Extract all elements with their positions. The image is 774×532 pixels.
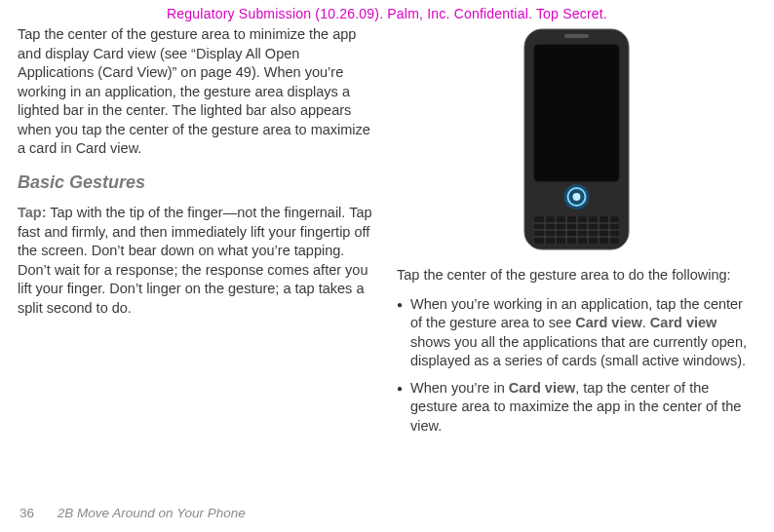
bullet1-part3: shows you all the applications that are … <box>410 334 747 369</box>
phone-illustration <box>397 25 756 254</box>
bullet1-part2: . <box>642 315 650 330</box>
left-column: Tap the center of the gesture area to mi… <box>18 25 377 444</box>
intro-paragraph: Tap the center of the gesture area to mi… <box>18 25 377 159</box>
bullet-icon: ● <box>397 295 410 371</box>
page-footer: 36 2B Move Around on Your Phone <box>19 506 246 520</box>
bullet-icon: ● <box>397 379 410 437</box>
right-column: Tap the center of the gesture area to do… <box>397 25 756 444</box>
tap-body: Tap with the tip of the finger—not the f… <box>18 205 372 316</box>
page-number: 36 <box>19 506 34 520</box>
gesture-caption: Tap the center of the gesture area to do… <box>397 266 756 285</box>
confidential-notice: Regulatory Submission (10.26.09). Palm, … <box>18 0 756 25</box>
card-view-label: Card view <box>509 380 576 396</box>
tap-paragraph: Tap: Tap with the tip of the finger—not … <box>18 204 377 318</box>
card-view-label: Card view <box>575 315 642 330</box>
card-view-label: Card view <box>650 315 717 330</box>
list-item: ● When you’re working in an application,… <box>397 295 756 371</box>
svg-rect-2 <box>534 45 619 181</box>
bullet-text-1: When you’re working in an application, t… <box>410 295 756 371</box>
list-item: ● When you’re in Card view, tap the cent… <box>397 379 756 437</box>
bullet-text-2: When you’re in Card view, tap the center… <box>410 379 756 437</box>
term-tap: Tap: <box>18 205 47 220</box>
svg-point-6 <box>573 193 581 201</box>
section-heading-basic-gestures: Basic Gestures <box>18 171 377 194</box>
svg-rect-18 <box>564 34 589 38</box>
content-columns: Tap the center of the gesture area to mi… <box>18 25 756 444</box>
phone-icon <box>511 25 642 254</box>
bullet2-part1: When you’re in <box>410 380 509 396</box>
chapter-title: 2B Move Around on Your Phone <box>58 506 246 520</box>
